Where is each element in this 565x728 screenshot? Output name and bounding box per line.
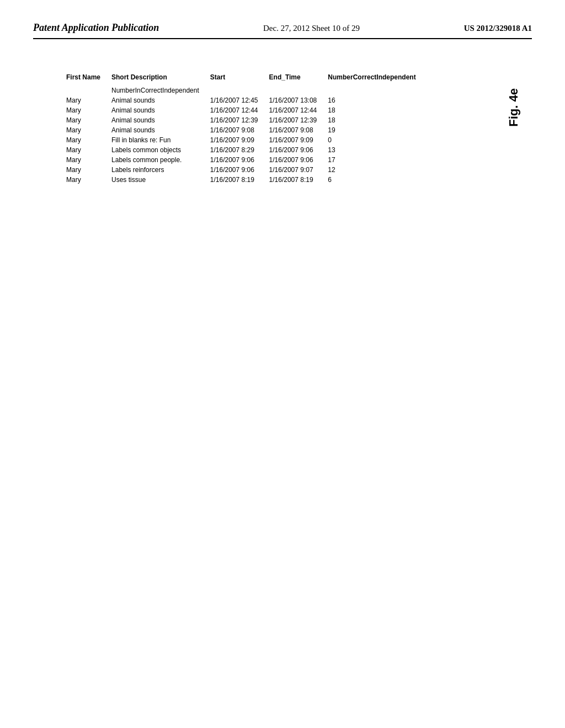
table-row: MaryLabels common objects1/16/2007 8:291… <box>66 145 427 155</box>
table-row: MaryLabels common people.1/16/2007 9:061… <box>66 155 427 165</box>
table-subheader-row: NumberInCorrectIndependent <box>66 85 427 95</box>
subheader-end-time <box>269 85 328 95</box>
cell-start-3: 1/16/2007 9:08 <box>210 125 269 135</box>
cell-number_correct-8: 6 <box>328 175 427 185</box>
cell-start-8: 1/16/2007 8:19 <box>210 175 269 185</box>
cell-first_name-0: Mary <box>66 95 111 105</box>
cell-short_desc-0: Animal sounds <box>111 95 210 105</box>
cell-short_desc-7: Labels reinforcers <box>111 165 210 175</box>
subheader-number-correct <box>328 85 427 95</box>
subheader-first-name <box>66 85 111 95</box>
col-header-start: Start <box>210 72 269 85</box>
cell-first_name-7: Mary <box>66 165 111 175</box>
col-header-number-correct: NumberCorrectIndependent <box>328 72 427 85</box>
cell-end_time-2: 1/16/2007 12:39 <box>269 115 328 125</box>
cell-end_time-4: 1/16/2007 9:09 <box>269 135 328 145</box>
cell-end_time-7: 1/16/2007 9:07 <box>269 165 328 175</box>
cell-start-2: 1/16/2007 12:39 <box>210 115 269 125</box>
cell-end_time-5: 1/16/2007 9:06 <box>269 145 328 155</box>
publication-title: Patent Application Publication <box>33 22 159 34</box>
table-row: MaryAnimal sounds1/16/2007 12:391/16/200… <box>66 115 427 125</box>
cell-number_correct-4: 0 <box>328 135 427 145</box>
cell-start-1: 1/16/2007 12:44 <box>210 105 269 115</box>
cell-number_correct-7: 12 <box>328 165 427 175</box>
col-header-first-name: First Name <box>66 72 111 85</box>
cell-number_correct-2: 18 <box>328 115 427 125</box>
publication-date-sheet: Dec. 27, 2012 Sheet 10 of 29 <box>263 24 360 33</box>
cell-short_desc-2: Animal sounds <box>111 115 210 125</box>
cell-first_name-1: Mary <box>66 105 111 115</box>
cell-end_time-8: 1/16/2007 8:19 <box>269 175 328 185</box>
cell-short_desc-5: Labels common objects <box>111 145 210 155</box>
cell-number_correct-3: 19 <box>328 125 427 135</box>
cell-end_time-3: 1/16/2007 9:08 <box>269 125 328 135</box>
cell-short_desc-3: Animal sounds <box>111 125 210 135</box>
cell-first_name-6: Mary <box>66 155 111 165</box>
cell-number_correct-1: 18 <box>328 105 427 115</box>
table-row: MaryFill in blanks re: Fun1/16/2007 9:09… <box>66 135 427 145</box>
cell-number_correct-6: 17 <box>328 155 427 165</box>
cell-end_time-6: 1/16/2007 9:06 <box>269 155 328 165</box>
cell-start-7: 1/16/2007 9:06 <box>210 165 269 175</box>
cell-first_name-5: Mary <box>66 145 111 155</box>
figure-label: Fig. 4e <box>507 88 521 127</box>
table-row: MaryLabels reinforcers1/16/2007 9:061/16… <box>66 165 427 175</box>
table-row: MaryAnimal sounds1/16/2007 12:441/16/200… <box>66 105 427 115</box>
table-row: MaryAnimal sounds1/16/2007 9:081/16/2007… <box>66 125 427 135</box>
cell-first_name-2: Mary <box>66 115 111 125</box>
col-header-end-time: End_Time <box>269 72 328 85</box>
publication-number: US 2012/329018 A1 <box>464 24 532 33</box>
table-header-row: First Name Short Description Start End_T… <box>66 72 427 85</box>
col-header-short-desc: Short Description <box>111 72 210 85</box>
page-header: Patent Application Publication Dec. 27, … <box>33 22 532 39</box>
cell-first_name-3: Mary <box>66 125 111 135</box>
table-section: First Name Short Description Start End_T… <box>66 72 532 185</box>
cell-end_time-0: 1/16/2007 13:08 <box>269 95 328 105</box>
table-row: MaryUses tissue1/16/2007 8:191/16/2007 8… <box>66 175 427 185</box>
subheader-start <box>210 85 269 95</box>
cell-short_desc-8: Uses tissue <box>111 175 210 185</box>
cell-start-5: 1/16/2007 8:29 <box>210 145 269 155</box>
cell-end_time-1: 1/16/2007 12:44 <box>269 105 328 115</box>
cell-first_name-8: Mary <box>66 175 111 185</box>
subheader-short-desc: NumberInCorrectIndependent <box>111 85 210 95</box>
cell-start-6: 1/16/2007 9:06 <box>210 155 269 165</box>
cell-short_desc-4: Fill in blanks re: Fun <box>111 135 210 145</box>
table-body: MaryAnimal sounds1/16/2007 12:451/16/200… <box>66 95 427 185</box>
cell-short_desc-1: Animal sounds <box>111 105 210 115</box>
page-container: Patent Application Publication Dec. 27, … <box>0 0 565 728</box>
table-row: MaryAnimal sounds1/16/2007 12:451/16/200… <box>66 95 427 105</box>
cell-first_name-4: Mary <box>66 135 111 145</box>
cell-number_correct-0: 16 <box>328 95 427 105</box>
content-area: First Name Short Description Start End_T… <box>33 61 532 185</box>
cell-start-4: 1/16/2007 9:09 <box>210 135 269 145</box>
data-table: First Name Short Description Start End_T… <box>66 72 427 185</box>
cell-number_correct-5: 13 <box>328 145 427 155</box>
cell-short_desc-6: Labels common people. <box>111 155 210 165</box>
cell-start-0: 1/16/2007 12:45 <box>210 95 269 105</box>
